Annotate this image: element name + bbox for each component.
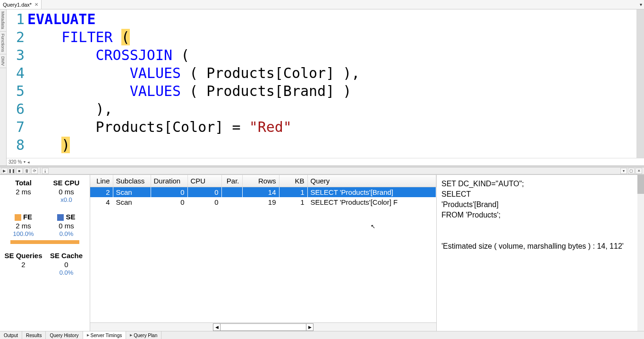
- tab-query-history[interactable]: Query History: [46, 331, 83, 339]
- kw-values: VALUES: [130, 83, 181, 99]
- line-gutter: 1 2 3 4 5 6 7 8: [7, 9, 27, 158]
- tab-title: Query1.dax*: [3, 2, 32, 8]
- editor-tab[interactable]: Query1.dax* ✕: [0, 0, 42, 9]
- cell-duration: 0: [151, 187, 187, 198]
- secpu-value: 0 ms: [45, 188, 88, 196]
- cell-rows: 19: [242, 197, 279, 207]
- fe-color-swatch: [15, 214, 21, 221]
- line-num: 5: [7, 82, 25, 100]
- bottom-toolbar: ▶ ❚❚ ■ 🗑 ⟳ ⭳ ▾ ▢ ✕: [0, 167, 644, 174]
- col-line[interactable]: Line: [90, 175, 113, 187]
- col-rows[interactable]: Rows: [242, 175, 279, 187]
- kw-filter: FILTER: [61, 29, 112, 45]
- line-num: 7: [7, 118, 25, 136]
- secpu-sub: x0.0: [45, 196, 88, 203]
- close-icon[interactable]: ✕: [34, 2, 38, 7]
- kw-evaluate: EVALUATE: [27, 11, 96, 27]
- code-body[interactable]: EVALUATE FILTER ( CROSSJOIN ( VALUES ( P…: [27, 9, 644, 158]
- cell-subclass: Scan: [113, 187, 151, 198]
- secache-label: SE Cache: [45, 252, 88, 260]
- table-header-row: Line Subclass Duration CPU Par. Rows KB …: [90, 175, 436, 187]
- line-num: 4: [7, 64, 25, 82]
- editor-wrap: 1 2 3 4 5 6 7 8 EVALUATE FILTER ( CROSSJ…: [7, 9, 644, 165]
- kw-crossjoin: CROSSJOIN: [96, 47, 173, 63]
- line-num: 8: [7, 136, 25, 154]
- cell-subclass: Scan: [113, 197, 151, 207]
- table-row[interactable]: 4 Scan 0 0 19 1 SELECT 'Products'[Color]…: [90, 197, 436, 207]
- cell-kb: 1: [279, 197, 307, 207]
- se-label: SE: [66, 213, 75, 221]
- dropdown-icon[interactable]: ▾: [620, 168, 627, 174]
- zoom-left-icon[interactable]: ◂: [27, 160, 30, 165]
- query-detail-panel: SET DC_KIND="AUTO"; SELECT 'Products'[Br…: [436, 175, 644, 331]
- tab-output[interactable]: Output: [0, 331, 22, 339]
- left-sidebar: Metadata Functions DMV: [0, 9, 7, 165]
- pin-icon[interactable]: ▢: [628, 168, 635, 174]
- zoom-bar: 320 % ▾ ◂: [7, 158, 644, 165]
- col-par[interactable]: Par.: [221, 175, 242, 187]
- refresh-icon[interactable]: ⟳: [31, 168, 38, 174]
- total-value: 2 ms: [2, 188, 45, 196]
- tab-server-timings[interactable]: ▶Server Timings: [83, 331, 127, 339]
- tab-results[interactable]: Results: [22, 331, 46, 339]
- stats-panel: Total 2 ms SE CPU 0 ms x0.0 FE 2 ms 100.…: [0, 175, 90, 331]
- clear-icon[interactable]: 🗑: [24, 168, 30, 174]
- play-icon: ▶: [87, 333, 89, 337]
- bottom-body: Total 2 ms SE CPU 0 ms x0.0 FE 2 ms 100.…: [0, 174, 644, 331]
- sidebar-tab-dmv[interactable]: DMV: [0, 54, 6, 68]
- cell-kb: 1: [279, 187, 307, 198]
- col-cpu[interactable]: CPU: [187, 175, 221, 187]
- kw-values: VALUES: [130, 65, 181, 81]
- tab-bar: Query1.dax* ✕ ▾: [0, 0, 644, 9]
- col-ref: Products[Color]: [96, 119, 224, 135]
- col-kb[interactable]: KB: [279, 175, 307, 187]
- timings-table[interactable]: Line Subclass Duration CPU Par. Rows KB …: [90, 175, 436, 322]
- play-icon[interactable]: ▶: [1, 168, 8, 174]
- col-subclass[interactable]: Subclass: [113, 175, 151, 187]
- paren-close-hl: ): [61, 137, 70, 153]
- total-label: Total: [2, 179, 45, 187]
- secache-value: 0: [45, 261, 88, 269]
- cell-query: SELECT 'Products'[Color] F: [307, 197, 436, 207]
- cell-line: 4: [90, 197, 113, 207]
- detail-line: SELECT: [441, 189, 639, 200]
- se-sub: 0.0%: [45, 230, 88, 237]
- op-eq: =: [223, 119, 249, 135]
- col-query[interactable]: Query: [307, 175, 436, 187]
- detail-vscroll[interactable]: [637, 175, 644, 331]
- secpu-label: SE CPU: [45, 179, 88, 187]
- tab-query-plan[interactable]: ▶Query Plan: [126, 331, 161, 339]
- cell-cpu: 0: [187, 197, 221, 207]
- bottom-panel: ▶ ❚❚ ■ 🗑 ⟳ ⭳ ▾ ▢ ✕ Total 2 ms SE CPU 0 m…: [0, 167, 644, 331]
- scroll-right-icon[interactable]: ▶: [306, 323, 314, 331]
- export-icon[interactable]: ⭳: [42, 168, 49, 174]
- scroll-left-icon[interactable]: ◀: [213, 323, 220, 331]
- table-row[interactable]: 2 Scan 0 0 14 1 SELECT 'Products'[Brand]: [90, 187, 436, 198]
- sidebar-tab-metadata[interactable]: Metadata: [0, 9, 6, 32]
- sidebar-tab-functions[interactable]: Functions: [0, 32, 6, 54]
- play-icon: ▶: [130, 333, 132, 337]
- bottom-tabs: Output Results Query History ▶Server Tim…: [0, 331, 644, 339]
- fe-label: FE: [23, 213, 32, 221]
- fe-sub: 100.0%: [2, 230, 45, 237]
- tab-overflow-icon[interactable]: ▾: [640, 2, 644, 7]
- str-lit: "Red": [249, 119, 292, 135]
- close-panel-icon[interactable]: ✕: [636, 168, 642, 174]
- detail-line: FROM 'Products';: [441, 210, 639, 220]
- col-duration[interactable]: Duration: [151, 175, 187, 187]
- stop-icon[interactable]: ■: [16, 168, 23, 174]
- paren-open-hl: (: [121, 29, 130, 45]
- secache-sub: 0.0%: [45, 269, 88, 276]
- col-ref: Products[Brand]: [206, 83, 334, 99]
- editor-vscroll[interactable]: [636, 9, 644, 158]
- cell-duration: 0: [151, 197, 187, 207]
- detail-line: 'Products'[Brand]: [441, 200, 639, 210]
- scroll-track[interactable]: [220, 323, 306, 331]
- zoom-level[interactable]: 320 %: [8, 159, 22, 165]
- code-editor[interactable]: 1 2 3 4 5 6 7 8 EVALUATE FILTER ( CROSSJ…: [7, 9, 644, 158]
- pause-icon[interactable]: ❚❚: [8, 168, 15, 174]
- detail-line: SET DC_KIND="AUTO";: [441, 179, 639, 189]
- fe-value: 2 ms: [2, 222, 45, 230]
- zoom-dropdown-icon[interactable]: ▾: [24, 160, 25, 164]
- table-hscroll[interactable]: ◀ ▶: [90, 322, 436, 331]
